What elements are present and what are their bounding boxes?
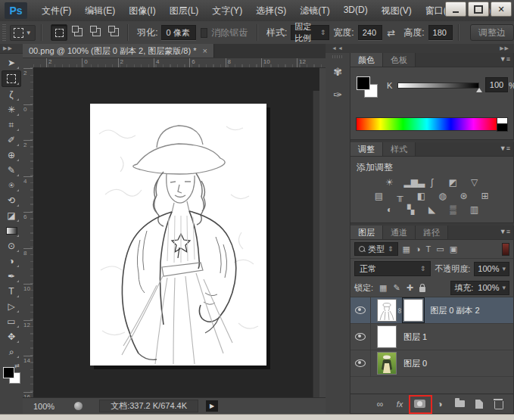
layer-style-button[interactable]: fx bbox=[394, 400, 405, 409]
layer-filter-type-select[interactable]: 类型 ⇕ bbox=[354, 242, 398, 256]
delete-layer-button[interactable] bbox=[494, 399, 504, 409]
maximize-button[interactable] bbox=[468, 2, 489, 17]
hand-tool[interactable]: ✥ bbox=[2, 329, 20, 344]
canvas-pasteboard[interactable] bbox=[33, 67, 319, 398]
vertical-scrollbar[interactable] bbox=[313, 91, 319, 398]
style-select[interactable]: 固定比例 ⇕ bbox=[291, 25, 329, 40]
posterize-icon[interactable]: ▚ bbox=[404, 204, 418, 215]
brightness-contrast-icon[interactable]: ☀ bbox=[383, 177, 397, 188]
brush-panel-icon[interactable]: ✑ bbox=[329, 86, 347, 104]
quick-selection-tool[interactable]: ✳ bbox=[2, 102, 20, 117]
dodge-tool[interactable]: ◑ bbox=[2, 254, 20, 269]
color-balance-icon[interactable]: ╥ bbox=[394, 191, 407, 201]
zoom-level[interactable]: 100% bbox=[33, 402, 55, 411]
tab-styles[interactable]: 样式 bbox=[383, 142, 416, 156]
tab-adjustments[interactable]: 调整 bbox=[350, 142, 383, 156]
move-tool[interactable]: ➤ bbox=[2, 55, 20, 70]
layer-mask-thumbnail[interactable] bbox=[403, 299, 423, 322]
subtract-from-selection-button[interactable] bbox=[89, 24, 104, 39]
layer-thumbnail[interactable] bbox=[377, 299, 397, 322]
selective-color-icon[interactable]: ▥ bbox=[468, 204, 481, 215]
menu-item[interactable]: 3D(D) bbox=[337, 2, 375, 20]
clone-stamp-tool[interactable]: ⍟ bbox=[2, 178, 20, 193]
healing-brush-tool[interactable]: ⊕ bbox=[2, 148, 20, 163]
tab-paths[interactable]: 路径 bbox=[416, 226, 448, 239]
intersect-selection-button[interactable] bbox=[107, 24, 122, 39]
black-shortcut-swatch[interactable] bbox=[497, 123, 508, 132]
k-slider-handle[interactable] bbox=[476, 88, 482, 92]
k-slider[interactable] bbox=[397, 82, 479, 89]
lasso-tool[interactable]: ζ bbox=[2, 87, 20, 102]
close-button[interactable]: ✕ bbox=[491, 2, 512, 17]
visibility-toggle[interactable] bbox=[350, 324, 371, 350]
menu-item[interactable]: 图层(L) bbox=[163, 2, 206, 20]
filter-shape-layers-icon[interactable]: ▭ bbox=[436, 244, 444, 254]
feather-input[interactable]: 0 像素 bbox=[161, 25, 195, 40]
new-adjustment-layer-button[interactable]: ◑ bbox=[435, 399, 445, 409]
menu-item[interactable]: 视图(V) bbox=[375, 2, 419, 20]
visibility-toggle[interactable] bbox=[350, 350, 371, 376]
tool-preset-picker[interactable]: ▼ bbox=[10, 25, 36, 41]
visibility-toggle[interactable] bbox=[350, 297, 371, 323]
gradient-tool[interactable] bbox=[2, 223, 20, 238]
layer-row[interactable]: ∞图层 0 副本 2 bbox=[350, 297, 513, 324]
lock-transparent-pixels-icon[interactable]: ▦ bbox=[379, 283, 387, 293]
exposure-icon[interactable]: ◩ bbox=[447, 177, 460, 188]
foreground-color-swatch[interactable] bbox=[357, 76, 370, 90]
status-flyout-button[interactable]: ▶ bbox=[206, 400, 218, 412]
curves-icon[interactable]: ʃ bbox=[425, 177, 439, 188]
photo-filter-icon[interactable]: ◍ bbox=[436, 191, 450, 201]
color-spectrum-ramp[interactable] bbox=[356, 117, 498, 131]
tab-close-icon[interactable]: × bbox=[202, 46, 207, 55]
canvas-image[interactable] bbox=[90, 104, 266, 366]
link-layers-button[interactable]: ∞ bbox=[375, 399, 385, 409]
pen-tool[interactable]: ✒ bbox=[2, 269, 20, 284]
collapse-panels-icon[interactable]: ▶▶ bbox=[500, 45, 509, 51]
shape-tool[interactable]: ▭ bbox=[2, 314, 20, 329]
channel-mixer-icon[interactable]: ⊛ bbox=[457, 191, 471, 201]
width-input[interactable]: 240 bbox=[358, 25, 383, 40]
lock-image-pixels-icon[interactable]: ✎ bbox=[393, 283, 400, 293]
history-brush-tool[interactable]: ⟲ bbox=[2, 193, 20, 208]
refine-edge-button[interactable]: 调整边 bbox=[470, 24, 514, 41]
tab-swatches[interactable]: 色板 bbox=[383, 53, 416, 67]
filter-smart-objects-icon[interactable]: ▣ bbox=[450, 244, 457, 254]
invert-icon[interactable]: ◐ bbox=[383, 204, 397, 215]
filter-adjustment-layers-icon[interactable]: ◑ bbox=[416, 244, 421, 254]
layer-row[interactable]: 图层 1 bbox=[350, 324, 513, 350]
layer-thumbnail[interactable] bbox=[377, 352, 397, 375]
toolbar-collapse-button[interactable]: ▶▶ bbox=[0, 44, 23, 54]
menu-item[interactable]: 编辑(E) bbox=[78, 2, 122, 20]
panel-menu-icon[interactable]: ▼≡ bbox=[500, 228, 510, 235]
crop-tool[interactable]: ⌗ bbox=[2, 117, 20, 132]
lock-position-icon[interactable]: ✚ bbox=[407, 283, 413, 293]
vibrance-icon[interactable]: ▽ bbox=[468, 177, 481, 188]
brush-tool[interactable]: ✎ bbox=[2, 163, 20, 178]
new-group-button[interactable] bbox=[454, 400, 465, 407]
swap-dimensions-icon[interactable]: ⇄ bbox=[387, 27, 395, 39]
tab-channels[interactable]: 通道 bbox=[383, 226, 416, 239]
tab-color[interactable]: 颜色 bbox=[350, 53, 383, 67]
new-layer-button[interactable] bbox=[474, 400, 484, 409]
new-selection-button[interactable] bbox=[51, 24, 67, 41]
black-white-icon[interactable]: ◧ bbox=[415, 191, 428, 201]
menu-item[interactable]: 滤镜(T) bbox=[293, 2, 336, 20]
type-tool[interactable]: T bbox=[2, 284, 20, 299]
panel-menu-icon[interactable]: ▼≡ bbox=[500, 55, 510, 63]
menu-item[interactable]: 选择(S) bbox=[249, 2, 293, 20]
menu-item[interactable]: 文字(Y) bbox=[205, 2, 249, 20]
eraser-tool[interactable]: ◪ bbox=[2, 208, 20, 223]
hue-saturation-icon[interactable]: ▤ bbox=[372, 191, 386, 201]
layer-row[interactable]: 图层 0 bbox=[350, 350, 513, 377]
threshold-icon[interactable]: ◣ bbox=[425, 204, 439, 215]
add-to-selection-button[interactable] bbox=[70, 24, 86, 39]
gradient-map-icon[interactable]: ▒ bbox=[447, 204, 460, 215]
document-tab[interactable]: 00.png @ 100% (图层 0 副本 2, 图层蒙版/8) * × bbox=[23, 44, 214, 58]
minimize-button[interactable] bbox=[445, 2, 466, 17]
eyedropper-tool[interactable]: ✐ bbox=[2, 132, 20, 148]
lock-all-icon[interactable] bbox=[419, 287, 425, 292]
layer-thumbnail[interactable] bbox=[377, 325, 397, 348]
tab-layers[interactable]: 图层 bbox=[350, 226, 383, 239]
layer-filter-toggle[interactable] bbox=[502, 243, 509, 256]
menu-item[interactable]: 图像(I) bbox=[122, 2, 162, 20]
